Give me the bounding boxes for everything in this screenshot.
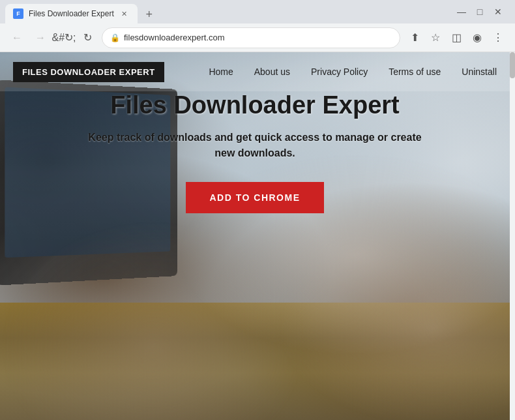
active-tab[interactable]: F Files Downloader Expert ✕ <box>5 4 138 23</box>
new-tab-button[interactable]: + <box>140 5 158 23</box>
tab-title: Files Downloader Expert <box>29 9 114 18</box>
tab-favicon: F <box>13 8 23 19</box>
tab-bar: F Files Downloader Expert ✕ + <box>5 0 455 23</box>
address-bar[interactable]: 🔒 filesdownloaderexpert.com <box>102 27 400 48</box>
browser-frame: F Files Downloader Expert ✕ + — □ ✕ ← → … <box>0 0 515 420</box>
hero-title: Files Downloader Expert <box>110 91 399 119</box>
nav-link-uninstall[interactable]: Uninstall <box>462 67 497 77</box>
nav-link-about-us[interactable]: About us <box>254 67 290 77</box>
add-to-chrome-button[interactable]: ADD TO CHROME <box>186 182 323 213</box>
maximize-button[interactable]: □ <box>473 5 486 18</box>
nav-link-terms-of-use[interactable]: Terms of use <box>389 67 441 77</box>
nav-link-home[interactable]: Home <box>209 67 233 77</box>
nav-links: Home About us Privacy Policy Terms of us… <box>209 67 497 77</box>
scrollbar[interactable] <box>510 52 515 420</box>
address-text: filesdownloaderexpert.com <box>124 33 392 42</box>
back-button[interactable]: ← <box>8 29 26 47</box>
forward-button[interactable]: → <box>31 29 50 47</box>
extensions-icon[interactable]: ◫ <box>447 29 465 47</box>
reload-button[interactable]: &#↻; <box>55 29 73 47</box>
window-controls: — □ ✕ <box>455 5 510 18</box>
share-icon[interactable]: ⬆ <box>405 29 424 47</box>
hero-content: Files Downloader Expert Keep track of do… <box>0 78 510 226</box>
toolbar: ← → &#↻; ↻ 🔒 filesdownloaderexpert.com ⬆… <box>0 23 515 52</box>
lock-icon: 🔒 <box>110 33 120 42</box>
bookmark-icon[interactable]: ☆ <box>426 29 445 47</box>
minimize-button[interactable]: — <box>455 5 468 18</box>
toolbar-actions: ⬆ ☆ ◫ ◉ ⋮ <box>405 29 507 47</box>
menu-icon[interactable]: ⋮ <box>489 29 507 47</box>
browser-content: FILES DOWNLOADER EXPERT Home About us Pr… <box>0 52 515 420</box>
close-window-button[interactable]: ✕ <box>492 5 505 18</box>
website: FILES DOWNLOADER EXPERT Home About us Pr… <box>0 52 510 420</box>
title-bar: F Files Downloader Expert ✕ + — □ ✕ <box>0 0 515 23</box>
hero-subtitle: Keep track of downloads and get quick ac… <box>85 130 424 161</box>
tab-close-button[interactable]: ✕ <box>119 8 130 19</box>
nav-link-privacy-policy[interactable]: Privacy Policy <box>311 67 368 77</box>
reload-button[interactable]: ↻ <box>78 29 96 47</box>
scrollbar-thumb[interactable] <box>510 52 515 78</box>
profile-icon[interactable]: ◉ <box>468 29 486 47</box>
